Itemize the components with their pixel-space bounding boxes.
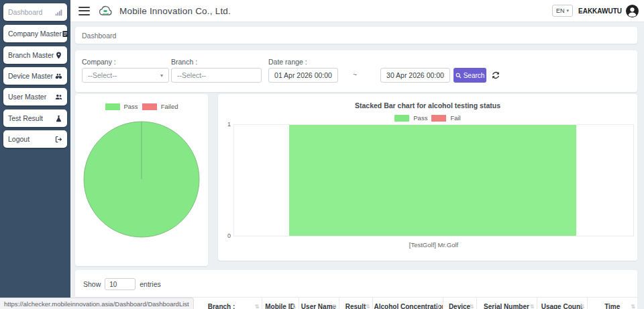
pie-chart-card: Pass Failed <box>75 94 208 266</box>
menu-toggle-icon[interactable] <box>78 7 90 15</box>
col-mobile-id[interactable]: Mobile ID⇅ <box>262 298 299 309</box>
col-alcohol-concentration[interactable]: Alcohol Concentration⇅ <box>372 298 443 309</box>
sidebar-item-label: Branch Master <box>8 51 54 59</box>
col-user-name[interactable]: User Name⇅ <box>299 298 339 309</box>
sidebar-item-label: Dashboard <box>8 8 42 16</box>
y-axis-tick-1: 1 <box>224 121 231 128</box>
language-value: EN <box>556 7 565 14</box>
search-button-label: Search <box>464 72 485 79</box>
company-select[interactable]: --Select-- ▾ <box>82 68 169 83</box>
company-select-value: --Select-- <box>88 71 117 79</box>
col-result[interactable]: Result⇅ <box>339 298 372 309</box>
sidebar-item-label: Device Master <box>8 72 53 80</box>
users-icon <box>55 93 62 101</box>
date-to-input[interactable]: 30 Apr 2026 00:00 <box>380 68 450 83</box>
col-usage-count[interactable]: Usage Count⇅ <box>537 298 587 309</box>
branch-label: Branch : <box>171 58 197 66</box>
sort-icon: ⇅ <box>530 304 535 309</box>
sidebar-item-branch-master[interactable]: Branch Master <box>3 46 67 64</box>
flask-icon <box>55 115 62 122</box>
logout-icon <box>55 136 62 143</box>
legend-label-pass: Pass <box>413 114 427 122</box>
sidebar-item-label: Test Result <box>8 114 43 122</box>
date-range-label: Date range : <box>268 58 307 66</box>
bar-pass <box>289 125 576 236</box>
caret-down-icon: ▾ <box>566 8 569 13</box>
branch-select-value: --Select-- <box>177 71 206 79</box>
refresh-icon[interactable] <box>491 71 500 80</box>
breadcrumb: Dashboard <box>82 32 116 40</box>
sidebar-item-device-master[interactable]: Device Master <box>3 67 67 85</box>
sort-icon: ⇅ <box>255 304 260 309</box>
username: EAKKAWUTU <box>578 7 622 15</box>
topbar: Mobile Innovation Co., Ltd. EN ▾ EAKKAWU… <box>70 0 644 22</box>
binoculars-icon <box>55 73 62 80</box>
sort-icon: ⇅ <box>292 304 297 309</box>
col-time[interactable]: Time⇅ <box>587 298 637 309</box>
y-axis-tick-0: 0 <box>224 232 231 239</box>
sidebar-item-test-result[interactable]: Test Result <box>3 109 67 127</box>
bar-chart-card: Stacked Bar chart for alcohol testing st… <box>218 94 637 261</box>
building-icon <box>62 30 69 38</box>
entries-label: entries <box>140 280 161 288</box>
sidebar-item-label: User Master <box>8 93 46 101</box>
user-avatar-icon[interactable] <box>626 5 639 17</box>
sort-icon: ⇅ <box>580 304 585 309</box>
legend-label-fail: Fail <box>450 114 460 122</box>
cloud-logo-icon <box>98 5 114 17</box>
legend-swatch-pass <box>105 103 120 110</box>
legend-swatch-fail <box>431 115 446 122</box>
legend-label-pass: Pass <box>124 103 138 110</box>
sidebar-item-user-master[interactable]: User Master <box>3 88 67 105</box>
col-serial-number[interactable]: Serial Number⇅ <box>476 298 537 309</box>
legend-swatch-pass <box>394 115 409 122</box>
x-axis-category-label: [TestGolf] Mr.Golf <box>233 241 634 249</box>
sidebar-item-company-master[interactable]: Company Master <box>3 25 67 42</box>
sort-icon: ⇅ <box>366 304 370 309</box>
company-label: Company : <box>82 58 116 66</box>
branch-select[interactable]: --Select-- <box>171 68 262 83</box>
bar-legend: Pass Fail <box>218 114 637 122</box>
sort-icon: ⇅ <box>470 304 474 309</box>
language-selector[interactable]: EN ▾ <box>552 5 573 17</box>
sort-icon: ⇅ <box>436 304 441 309</box>
status-url-bubble: https://alchecker.mobileinnovation.asia/… <box>0 298 194 309</box>
sidebar-item-logout[interactable]: Logout <box>3 130 67 148</box>
signal-bars-icon <box>55 9 62 16</box>
bar-plot-area <box>233 124 634 236</box>
col-device[interactable]: Device⇅ <box>443 298 476 309</box>
map-marker-icon <box>55 52 62 59</box>
date-range-separator: ~ <box>353 71 357 79</box>
date-from-input[interactable]: 01 Apr 2026 00:00 <box>268 68 338 83</box>
filter-panel: Company : --Select-- ▾ Branch : --Select… <box>75 50 637 92</box>
status-url: https://alchecker.mobileinnovation.asia/… <box>4 300 189 308</box>
main-content: Dashboard Company : --Select-- ▾ Branch … <box>70 22 644 309</box>
search-button[interactable]: Search <box>453 68 486 83</box>
sidebar-item-dashboard[interactable]: Dashboard <box>3 3 67 21</box>
search-icon <box>455 73 462 79</box>
pie-legend: Pass Failed <box>75 103 208 110</box>
entries-control: Show 10 entries <box>83 278 637 290</box>
pie-chart <box>82 120 201 239</box>
sidebar-item-label: Company Master <box>8 30 62 38</box>
sort-icon: ⇅ <box>332 304 337 309</box>
legend-label-failed: Failed <box>161 103 178 110</box>
show-label: Show <box>83 280 101 288</box>
app-title: Mobile Innovation Co., Ltd. <box>119 6 231 16</box>
sidebar: Dashboard Company Master Branch Master D… <box>0 0 70 309</box>
app-window: Dashboard Company Master Branch Master D… <box>0 0 644 309</box>
entries-select[interactable]: 10 <box>105 278 136 290</box>
legend-swatch-failed <box>142 103 157 110</box>
caret-down-icon: ▾ <box>160 73 163 79</box>
sort-icon: ⇅ <box>631 304 635 309</box>
breadcrumb-bar: Dashboard <box>75 27 637 44</box>
sidebar-item-label: Logout <box>8 135 30 143</box>
bar-chart-title: Stacked Bar chart for alcohol testing st… <box>218 101 637 109</box>
